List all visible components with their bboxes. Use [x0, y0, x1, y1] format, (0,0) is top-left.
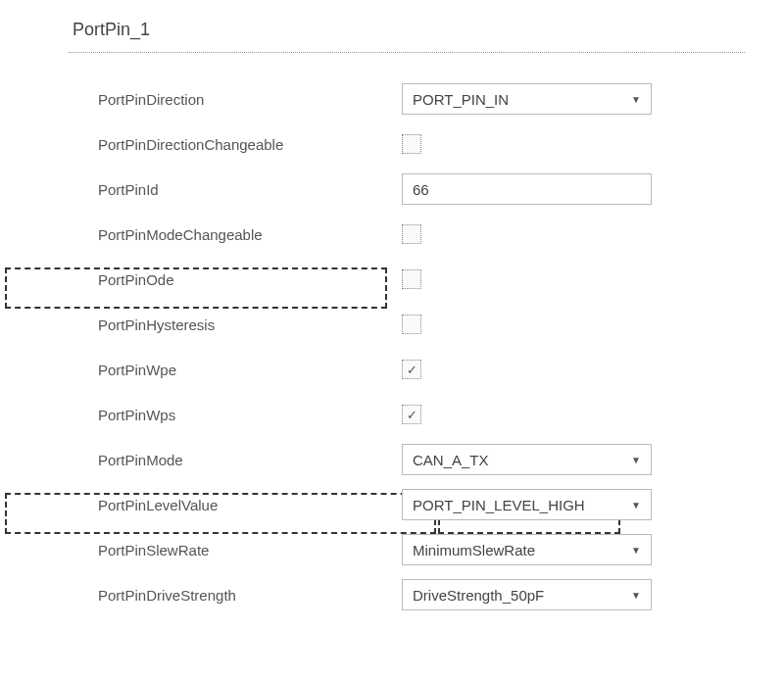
- dropdown-value: MinimumSlewRate: [413, 542, 535, 558]
- row-portpinhysteresis: PortPinHysteresis: [69, 302, 745, 347]
- chevron-down-icon: ▼: [631, 455, 641, 465]
- dropdown-value: CAN_A_TX: [413, 452, 489, 468]
- input-portpinid[interactable]: [402, 173, 652, 205]
- checkbox-portpinwpe[interactable]: ✓: [402, 360, 421, 379]
- dropdown-value: PORT_PIN_IN: [413, 91, 509, 108]
- label-portpinhysteresis: PortPinHysteresis: [98, 316, 215, 333]
- row-portpinwps: PortPinWps ✓: [69, 392, 745, 437]
- chevron-down-icon: ▼: [631, 94, 641, 105]
- dropdown-portpinslewrate[interactable]: MinimumSlewRate ▼: [402, 534, 652, 565]
- checkbox-portpinhysteresis[interactable]: [402, 315, 421, 334]
- label-portpinwpe: PortPinWpe: [98, 362, 176, 378]
- checkbox-portpindirectionchangeable[interactable]: [402, 134, 421, 154]
- row-portpinslewrate: PortPinSlewRate MinimumSlewRate ▼: [69, 527, 745, 572]
- dropdown-portpindrivestrength[interactable]: DriveStrength_50pF ▼: [402, 579, 652, 610]
- checkbox-portpinode[interactable]: [402, 269, 421, 289]
- row-portpinmode: PortPinMode CAN_A_TX ▼: [69, 437, 745, 482]
- label-portpinwps: PortPinWps: [98, 407, 175, 423]
- dropdown-portpinlevelvalue[interactable]: PORT_PIN_LEVEL_HIGH ▼: [402, 489, 652, 520]
- label-portpindrivestrength: PortPinDriveStrength: [98, 587, 236, 604]
- label-portpinid: PortPinId: [98, 181, 159, 198]
- label-portpinslewrate: PortPinSlewRate: [98, 542, 209, 558]
- checkbox-portpinmodechangeable[interactable]: [402, 224, 421, 244]
- label-portpinode: PortPinOde: [98, 271, 174, 288]
- dropdown-portpindirection[interactable]: PORT_PIN_IN ▼: [402, 83, 652, 115]
- dropdown-value: DriveStrength_50pF: [413, 587, 544, 604]
- label-portpindirectionchangeable: PortPinDirectionChangeable: [98, 136, 283, 153]
- label-portpinlevelvalue: PortPinLevelValue: [98, 497, 218, 513]
- row-portpinwpe: PortPinWpe ✓: [69, 347, 745, 392]
- row-portpinode: PortPinOde: [69, 257, 745, 302]
- chevron-down-icon: ▼: [631, 500, 641, 510]
- label-portpinmodechangeable: PortPinModeChangeable: [98, 226, 263, 243]
- row-portpinid: PortPinId: [69, 167, 745, 212]
- row-portpindirectionchangeable: PortPinDirectionChangeable: [69, 121, 745, 167]
- chevron-down-icon: ▼: [631, 590, 641, 601]
- properties-form: PortPinDirection PORT_PIN_IN ▼ PortPinDi…: [69, 76, 745, 617]
- row-portpinmodechangeable: PortPinModeChangeable: [69, 212, 745, 257]
- dropdown-value: PORT_PIN_LEVEL_HIGH: [413, 497, 585, 513]
- label-portpindirection: PortPinDirection: [98, 91, 204, 108]
- label-portpinmode: PortPinMode: [98, 452, 183, 468]
- checkbox-portpinwps[interactable]: ✓: [402, 405, 421, 424]
- chevron-down-icon: ▼: [631, 545, 641, 556]
- title-divider: [69, 52, 745, 53]
- row-portpindrivestrength: PortPinDriveStrength DriveStrength_50pF …: [69, 572, 745, 617]
- row-portpindirection: PortPinDirection PORT_PIN_IN ▼: [69, 76, 745, 121]
- dropdown-portpinmode[interactable]: CAN_A_TX ▼: [402, 444, 652, 475]
- row-portpinlevelvalue: PortPinLevelValue PORT_PIN_LEVEL_HIGH ▼: [69, 482, 745, 527]
- page-title: PortPin_1: [73, 20, 745, 40]
